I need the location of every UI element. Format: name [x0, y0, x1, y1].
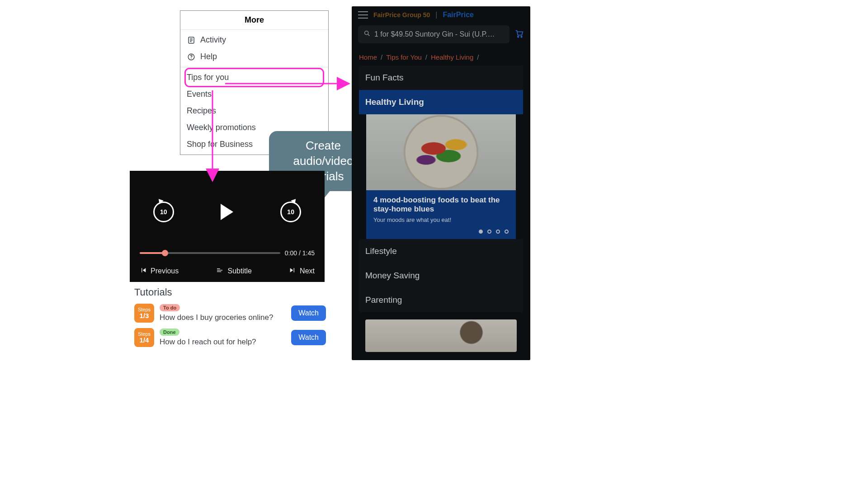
more-item-label: Activity	[200, 35, 226, 45]
hero-subtitle: Your moods are what you eat!	[373, 216, 509, 223]
more-item-label: Weekly promotions	[187, 123, 256, 132]
previous-label: Previous	[151, 267, 179, 275]
more-item-recipes[interactable]: Recipes	[186, 103, 323, 119]
svg-rect-5	[217, 272, 221, 272]
forward-10-button[interactable]: 10	[280, 202, 301, 222]
step-chip-fraction: 1/4	[140, 337, 149, 344]
breadcrumb-link[interactable]: Home	[359, 53, 377, 61]
more-item-label: Help	[200, 52, 217, 61]
brand-group-logo: FairPrice Group 50	[373, 11, 430, 19]
more-item-label: Tips for you	[187, 73, 229, 82]
tutorial-title: How do I reach out for help?	[160, 338, 286, 347]
breadcrumb-separator: /	[425, 53, 427, 61]
previous-button[interactable]: Previous	[140, 267, 179, 276]
category-item[interactable]: Parenting	[359, 288, 523, 312]
more-item-activity[interactable]: Activity	[186, 32, 323, 48]
hero-card[interactable]: 4 mood-boosting foods to beat the stay-h…	[366, 114, 516, 239]
status-badge: To do	[160, 304, 180, 311]
cart-icon[interactable]	[514, 28, 524, 41]
status-badge: Done	[160, 328, 179, 336]
next-label: Next	[300, 267, 315, 275]
progress-thumb[interactable]	[162, 250, 168, 256]
article-thumbnail[interactable]	[365, 319, 517, 352]
more-menu-title: More	[180, 11, 328, 30]
search-icon	[363, 30, 371, 39]
next-icon	[289, 267, 296, 276]
rewind-seconds: 10	[160, 208, 167, 216]
svg-rect-3	[217, 268, 220, 269]
step-chip: Steps 1/4	[134, 328, 154, 347]
more-item-tips-for-you[interactable]: Tips for you	[186, 69, 323, 86]
progress-fill	[140, 252, 165, 254]
category-item[interactable]: Lifestyle	[359, 239, 523, 263]
mobile-app-mockup: FairPrice Group 50 | FairPrice 1 for $49…	[352, 6, 530, 360]
breadcrumb-separator: /	[381, 53, 382, 61]
previous-icon	[140, 267, 147, 276]
svg-point-6	[365, 31, 368, 35]
more-menu-group-top: Activity Help	[180, 30, 328, 67]
hamburger-icon[interactable]	[358, 11, 368, 19]
tutorial-row: Steps 1/3 To do How does I buy groceries…	[134, 304, 326, 323]
watch-button[interactable]: Watch	[291, 330, 326, 345]
brand-logo-text: FairPrice	[443, 11, 473, 19]
hero-image	[366, 114, 516, 190]
forward-seconds: 10	[287, 208, 294, 216]
tutorials-heading: Tutorials	[134, 286, 326, 298]
brand-group-text: FairPrice Group 50	[373, 11, 430, 19]
carousel-dots	[366, 227, 516, 239]
video-player: 10 10 0:00 / 1:45 Previous	[130, 171, 325, 282]
rewind-10-button[interactable]: 10	[153, 202, 174, 222]
tutorial-row: Steps 1/4 Done How do I reach out for he…	[134, 328, 326, 347]
breadcrumb-link[interactable]: Tips for You	[386, 53, 422, 61]
breadcrumb: Home/Tips for You/Healthy Living/	[352, 47, 530, 66]
help-icon	[187, 52, 196, 61]
watch-button[interactable]: Watch	[291, 305, 326, 321]
more-item-label: Recipes	[187, 106, 216, 116]
breadcrumb-link[interactable]: Healthy Living	[431, 53, 473, 61]
carousel-dot[interactable]	[487, 230, 491, 234]
category-item[interactable]: Fun Facts	[359, 66, 523, 90]
subtitle-label: Subtitle	[227, 267, 251, 275]
next-button[interactable]: Next	[289, 267, 315, 276]
svg-rect-4	[217, 270, 222, 270]
svg-point-2	[191, 58, 192, 59]
play-button[interactable]	[221, 204, 233, 220]
tutorial-title: How does I buy groceries online?	[160, 313, 286, 322]
brand-logo: FairPrice	[443, 11, 473, 19]
category-item[interactable]: Money Saving	[359, 263, 523, 288]
step-chip: Steps 1/3	[134, 304, 154, 323]
more-item-events[interactable]: Events	[186, 86, 323, 103]
breadcrumb-separator: /	[477, 53, 479, 61]
more-item-label: Events	[187, 89, 212, 99]
svg-point-7	[518, 36, 519, 37]
more-item-help[interactable]: Help	[186, 48, 323, 65]
activity-icon	[187, 36, 196, 45]
carousel-dot[interactable]	[505, 230, 509, 234]
hero-title: 4 mood-boosting foods to beat the stay-h…	[373, 196, 509, 214]
progress-bar[interactable]	[140, 252, 280, 254]
more-item-label: Shop for Business	[187, 140, 253, 149]
svg-point-8	[521, 36, 522, 37]
category-item[interactable]: Healthy Living	[359, 90, 523, 114]
step-chip-label: Steps	[138, 331, 151, 337]
subtitle-icon	[216, 267, 224, 276]
step-chip-fraction: 1/3	[140, 312, 149, 320]
search-placeholder: 1 for $49.50 Suntory Gin - Sui (U.P. …	[374, 30, 496, 38]
search-input[interactable]: 1 for $49.50 Suntory Gin - Sui (U.P. …	[358, 25, 509, 43]
subtitle-button[interactable]: Subtitle	[216, 267, 251, 276]
carousel-dot[interactable]	[479, 230, 483, 234]
carousel-dot[interactable]	[496, 230, 500, 234]
time-display: 0:00 / 1:45	[285, 249, 315, 257]
step-chip-label: Steps	[138, 307, 151, 312]
tutorials-section: Tutorials Steps 1/3 To do How does I buy…	[134, 286, 326, 352]
category-list: Fun FactsHealthy Living 4 mood-boosting …	[352, 66, 530, 312]
